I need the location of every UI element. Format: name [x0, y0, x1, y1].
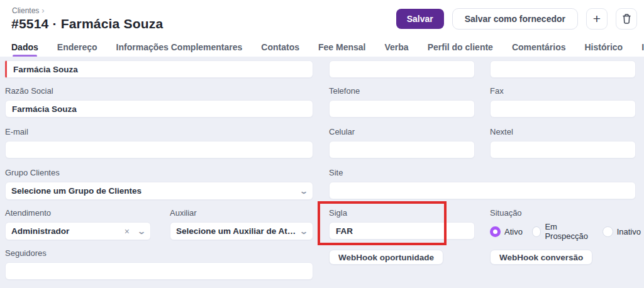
situacao-label: Situação — [490, 209, 641, 217]
fax-input[interactable] — [490, 100, 636, 118]
form-panel: Razão Social Telefone Fax E-mail Celular… — [0, 57, 644, 288]
tab-endereco[interactable]: Endereço — [57, 42, 97, 52]
clear-icon[interactable]: × — [125, 226, 130, 236]
save-as-supplier-button[interactable]: Salvar como fornecedor — [452, 8, 578, 30]
razao-social-label: Razão Social — [5, 87, 313, 95]
atendimento-value: Administrador — [11, 226, 125, 236]
tab-integracao[interactable]: Integração — [641, 42, 644, 52]
tab-fee-mensal[interactable]: Fee Mensal — [318, 42, 365, 52]
breadcrumb-label[interactable]: Clientes — [12, 6, 39, 15]
breadcrumb[interactable]: Clientes › — [12, 6, 45, 15]
nextel-label: Nextel — [490, 128, 636, 136]
page-title: #5514 · Farmácia Souza — [11, 16, 163, 31]
atendimento-label: Atendimento — [5, 209, 151, 217]
trash-icon — [621, 13, 632, 25]
seguidores-label: Seguidores — [5, 249, 313, 257]
situacao-radio-group: Ativo Em Prospecção Inativo — [490, 222, 641, 241]
radio-em-prospeccao[interactable]: Em Prospecção — [532, 222, 593, 241]
auxiliar-value: Selecione um Auxiliar de Atendimento — [176, 226, 297, 236]
breadcrumb-chevron-icon: › — [42, 6, 44, 15]
radio-dot-icon — [532, 226, 541, 237]
tab-verba[interactable]: Verba — [385, 42, 409, 52]
tab-dados[interactable]: Dados — [11, 42, 38, 52]
telefone-input[interactable] — [329, 100, 475, 118]
radio-dot-icon — [602, 226, 613, 237]
email-input[interactable] — [5, 141, 313, 158]
grupo-clientes-select[interactable]: Selecione um Grupo de Clientes ⌄ — [5, 182, 313, 200]
sigla-label: Sigla — [329, 209, 475, 217]
webhook-oportunidade-button[interactable]: WebHook oportunidade — [329, 250, 443, 265]
radio-ativo[interactable]: Ativo — [490, 226, 523, 237]
sigla-input[interactable] — [329, 222, 475, 240]
chevron-down-icon: ⌄ — [137, 227, 146, 236]
razao-social-input[interactable] — [5, 100, 313, 118]
chevron-down-icon: ⌄ — [299, 227, 308, 236]
radio-inativo[interactable]: Inativo — [602, 226, 641, 237]
auxiliar-select[interactable]: Selecione um Auxiliar de Atendimento ⌄ — [170, 222, 313, 240]
save-button[interactable]: Salvar — [396, 9, 444, 29]
add-button[interactable]: + — [586, 8, 608, 30]
tab-comentarios[interactable]: Comentários — [512, 42, 566, 52]
celular-label: Celular — [329, 128, 475, 136]
grupo-clientes-value: Selecione um Grupo de Clientes — [11, 186, 297, 196]
nome-input[interactable] — [5, 60, 313, 78]
site-label: Site — [329, 169, 636, 177]
radio-dot-icon — [490, 226, 501, 237]
chevron-down-icon: ⌄ — [299, 187, 308, 196]
tab-informacoes-complementares[interactable]: Informações Complementares — [116, 42, 243, 52]
site-input[interactable] — [329, 182, 636, 199]
tab-historico[interactable]: Histórico — [584, 42, 623, 52]
tab-perfil-do-cliente[interactable]: Perfil do cliente — [428, 42, 493, 52]
seguidores-input[interactable] — [5, 262, 313, 280]
auxiliar-label: Auxiliar — [170, 209, 313, 217]
fax-label: Fax — [490, 87, 636, 95]
atendimento-select[interactable]: Administrador × ⌄ — [5, 222, 151, 240]
email-label: E-mail — [5, 128, 313, 136]
grupo-clientes-label: Grupo Clientes — [5, 169, 313, 177]
top-mid-input[interactable] — [329, 60, 475, 78]
nextel-input[interactable] — [490, 141, 636, 158]
tab-contatos[interactable]: Contatos — [261, 42, 299, 52]
webhook-conversao-button[interactable]: WebHook conversão — [490, 250, 592, 265]
celular-input[interactable] — [329, 141, 475, 158]
header-actions: Salvar Salvar como fornecedor + — [396, 8, 637, 30]
delete-button[interactable] — [616, 8, 637, 30]
telefone-label: Telefone — [329, 87, 475, 95]
tab-bar: Dados Endereço Informações Complementare… — [0, 37, 644, 57]
plus-icon: + — [593, 12, 601, 25]
top-right-input[interactable] — [490, 60, 636, 78]
